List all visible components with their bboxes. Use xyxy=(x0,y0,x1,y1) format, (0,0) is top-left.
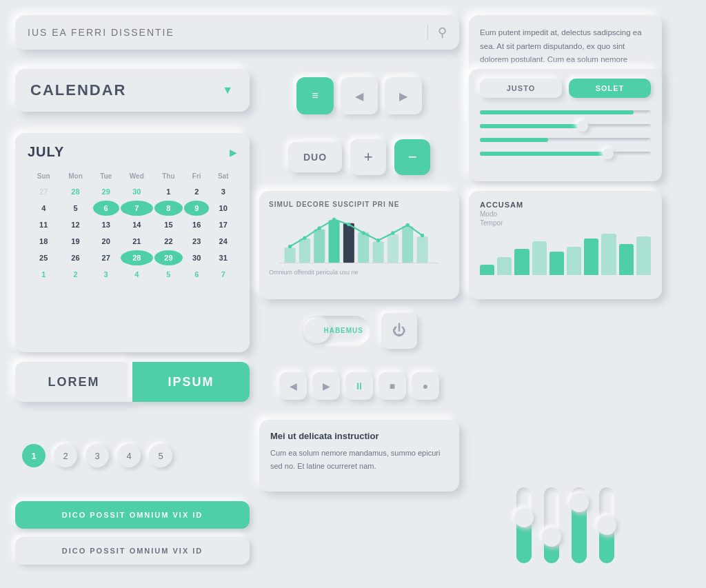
duo-button[interactable]: DUO xyxy=(288,142,342,172)
calendar-day[interactable]: 5 xyxy=(154,267,183,282)
vertical-slider-thumb[interactable] xyxy=(597,516,616,535)
slider-4-thumb[interactable] xyxy=(603,148,614,159)
calendar-dropdown[interactable]: CALENDAR ▼ xyxy=(15,69,250,112)
power-button[interactable]: ⏻ xyxy=(381,313,417,349)
line-bar-chart xyxy=(269,211,450,266)
svg-point-13 xyxy=(332,218,336,221)
calendar-day[interactable]: 30 xyxy=(184,250,209,265)
calendar-day[interactable]: 28 xyxy=(59,184,91,199)
svg-point-17 xyxy=(391,231,394,234)
vertical-slider-track[interactable] xyxy=(544,487,559,563)
play-button[interactable]: ▶ xyxy=(312,372,340,400)
calendar-day[interactable]: 30 xyxy=(121,184,153,199)
calendar-day[interactable]: 6 xyxy=(184,267,209,282)
plus-button[interactable]: + xyxy=(350,139,386,175)
page-button[interactable]: 4 xyxy=(117,444,141,467)
calendar-day[interactable]: 9 xyxy=(184,201,209,216)
calendar-day[interactable]: 18 xyxy=(29,234,58,249)
svg-point-14 xyxy=(347,223,350,226)
calendar-day[interactable]: 12 xyxy=(59,217,91,232)
cta-button-1[interactable]: DICO POSSIT OMNIUM VIX ID xyxy=(15,501,250,529)
search-input[interactable] xyxy=(28,27,427,38)
calendar-day[interactable]: 3 xyxy=(93,267,119,282)
calendar-day[interactable]: 24 xyxy=(210,234,236,249)
slider-2 xyxy=(480,124,651,128)
vertical-slider-track[interactable] xyxy=(516,487,532,563)
prev-button[interactable]: ◀ xyxy=(341,77,378,114)
calendar-day[interactable]: 22 xyxy=(154,234,183,249)
page-button[interactable]: 2 xyxy=(54,444,77,467)
calendar-day[interactable]: 7 xyxy=(210,267,236,282)
search-icon[interactable]: ⚲ xyxy=(427,25,447,40)
record-button[interactable]: ● xyxy=(412,372,439,400)
calendar-day[interactable]: 17 xyxy=(210,217,236,232)
calendar-day[interactable]: 19 xyxy=(59,234,91,249)
slider-3-track[interactable] xyxy=(480,138,651,142)
calendar-day[interactable]: 31 xyxy=(210,250,236,265)
calendar-day[interactable]: 29 xyxy=(154,250,183,265)
stop-button[interactable]: ■ xyxy=(379,372,406,400)
next-button[interactable]: ▶ xyxy=(385,77,422,114)
calendar-day[interactable]: 14 xyxy=(121,217,153,232)
rewind-button[interactable]: ◀ xyxy=(279,372,307,400)
calendar-day[interactable]: 15 xyxy=(154,217,183,232)
page-button[interactable]: 5 xyxy=(149,444,172,467)
menu-button[interactable]: ≡ xyxy=(296,77,334,114)
accusam-title: ACCUSAM xyxy=(480,201,651,209)
pause-button[interactable]: ⏸ xyxy=(345,372,373,400)
calendar-day[interactable]: 25 xyxy=(29,250,58,265)
cta-button-2[interactable]: DICO POSSIT OMNIUM VIX ID xyxy=(15,537,250,565)
calendar-day[interactable]: 4 xyxy=(29,201,58,216)
slider-2-track[interactable] xyxy=(480,124,651,128)
calendar-day[interactable]: 13 xyxy=(93,217,119,232)
dropdown-icon[interactable]: ▼ xyxy=(222,84,234,97)
svg-point-18 xyxy=(406,223,410,227)
vertical-slider-thumb[interactable] xyxy=(514,508,534,527)
calendar-day[interactable]: 23 xyxy=(184,234,209,249)
slider-1-track[interactable] xyxy=(480,110,651,114)
toggle-switch[interactable]: HABEMUS xyxy=(301,316,370,346)
calendar-day[interactable]: 28 xyxy=(121,250,153,265)
solet-button[interactable]: SOLET xyxy=(569,79,651,98)
slider-2-thumb[interactable] xyxy=(577,121,588,132)
calendar-day[interactable]: 2 xyxy=(184,184,209,199)
calendar-day[interactable]: 10 xyxy=(210,201,236,216)
icon-btn-row: ≡ ◀ ▶ xyxy=(259,69,459,124)
calendar-day[interactable]: 1 xyxy=(154,184,183,199)
calendar-day[interactable]: 2 xyxy=(59,267,91,282)
lorem-button[interactable]: LOREM xyxy=(15,362,132,402)
calendar-day[interactable]: 27 xyxy=(29,184,58,199)
calendar-widget: JULY ▶ SunMonTueWedThuFriSat 27282930123… xyxy=(15,133,250,352)
page-button[interactable]: 3 xyxy=(85,444,109,467)
calendar-day[interactable]: 6 xyxy=(93,201,119,216)
calendar-day[interactable]: 26 xyxy=(59,250,91,265)
slider-4-track[interactable] xyxy=(480,152,651,156)
calendar-day[interactable]: 11 xyxy=(29,217,58,232)
ipsum-button[interactable]: IPSUM xyxy=(132,362,250,402)
calendar-day[interactable]: 4 xyxy=(121,267,153,282)
calendar-day[interactable]: 5 xyxy=(59,201,91,216)
calendar-day[interactable]: 16 xyxy=(184,217,209,232)
list-item xyxy=(619,244,634,275)
vertical-slider-track[interactable] xyxy=(599,487,614,563)
minus-button[interactable]: − xyxy=(394,139,430,175)
calendar-next-icon[interactable]: ▶ xyxy=(230,147,237,158)
list-item xyxy=(480,265,494,275)
svg-rect-4 xyxy=(343,223,354,263)
svg-rect-6 xyxy=(373,241,384,263)
calendar-day[interactable]: 8 xyxy=(154,201,183,216)
calendar-day[interactable]: 7 xyxy=(121,201,153,216)
vertical-slider-track[interactable] xyxy=(572,487,587,563)
calendar-day[interactable]: 27 xyxy=(93,250,119,265)
calendar-day[interactable]: 20 xyxy=(93,234,119,249)
calendar-day[interactable]: 29 xyxy=(93,184,119,199)
calendar-day[interactable]: 1 xyxy=(29,267,58,282)
page-button[interactable]: 1 xyxy=(22,444,46,467)
calendar-day[interactable]: 21 xyxy=(121,234,153,249)
justo-button[interactable]: JUSTO xyxy=(480,79,562,98)
vertical-slider-thumb[interactable] xyxy=(542,527,561,547)
calendar-grid: SunMonTueWedThuFriSat 272829301234567891… xyxy=(28,168,237,283)
calendar-day[interactable]: 3 xyxy=(210,184,236,199)
vertical-slider-thumb[interactable] xyxy=(569,493,589,512)
table-row: 45678910 xyxy=(29,201,236,216)
